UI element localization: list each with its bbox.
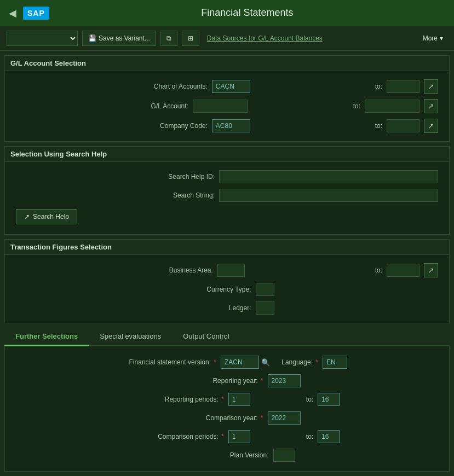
company-code-to-label: to:: [375, 122, 382, 130]
back-button[interactable]: ◀: [9, 7, 16, 19]
plan-version-label: Plan Version:: [159, 451, 269, 459]
reporting-periods-required: *: [221, 396, 224, 403]
chart-of-accounts-label: Chart of Accounts:: [136, 83, 208, 90]
gl-account-input[interactable]: [193, 100, 248, 113]
company-code-row: Company Code: to: ↗: [5, 116, 449, 136]
search-help-icon: ↗: [24, 213, 30, 220]
data-sources-link[interactable]: Data Sources for G/L Account Balances: [204, 32, 326, 44]
fs-version-field: 🔍: [221, 356, 270, 369]
plan-version-input[interactable]: [273, 449, 295, 462]
gl-account-row: G/L Account: to: ↗: [5, 96, 449, 116]
business-area-label: Business Area:: [142, 266, 213, 274]
currency-type-label: Currency Type:: [180, 286, 251, 293]
copy-icon: ⧉: [166, 34, 171, 42]
ledger-input[interactable]: [256, 301, 274, 315]
company-code-to-input[interactable]: [387, 119, 419, 132]
company-code-label: Company Code:: [136, 122, 208, 130]
chevron-down-icon: ▾: [440, 34, 443, 42]
currency-type-row: Currency Type:: [5, 280, 449, 299]
transaction-figures-section: Transaction Figures Selection Business A…: [4, 239, 450, 323]
currency-type-input[interactable]: [256, 283, 274, 296]
tab-further-selections[interactable]: Further Selections: [4, 328, 89, 346]
plan-version-row: Plan Version:: [5, 446, 449, 465]
search-help-section-title: Selection Using Search Help: [5, 147, 449, 162]
language-input[interactable]: [323, 356, 347, 369]
reporting-periods-to-input[interactable]: [318, 393, 340, 406]
tab-output-control[interactable]: Output Control: [172, 328, 240, 346]
comparison-year-input[interactable]: [268, 411, 301, 425]
gl-account-label: G/L Account:: [117, 102, 188, 110]
gl-account-section: G/L Account Selection Chart of Accounts:…: [4, 55, 450, 142]
business-area-to-label: to:: [375, 266, 382, 274]
transaction-figures-title: Transaction Figures Selection: [5, 240, 449, 255]
search-help-id-row: Search Help ID:: [5, 167, 449, 186]
reporting-year-row: Reporting year: *: [5, 371, 449, 390]
comparison-periods-required: *: [221, 433, 224, 440]
fs-version-input[interactable]: [221, 356, 259, 369]
fs-version-row: Financial statement version: * 🔍 Languag…: [5, 353, 449, 371]
search-string-row: Search String:: [5, 186, 449, 205]
gl-account-to-input[interactable]: [365, 100, 419, 113]
comparison-year-required: *: [261, 414, 263, 422]
search-string-input[interactable]: [219, 189, 438, 202]
toolbar: 💾 Save as Variant... ⧉ ⊞ Data Sources fo…: [0, 26, 454, 51]
business-area-nav-button[interactable]: ↗: [424, 263, 438, 277]
reporting-year-input[interactable]: [268, 374, 301, 387]
reporting-periods-label: Reporting periods: *: [114, 396, 224, 403]
chart-of-accounts-to-label: to:: [375, 83, 382, 90]
language-required: *: [315, 358, 318, 366]
search-help-id-input[interactable]: [219, 170, 438, 183]
fs-version-required: *: [214, 358, 216, 366]
reporting-periods-row: Reporting periods: * to:: [5, 390, 449, 409]
save-icon: 💾: [88, 34, 96, 42]
gl-account-nav-button[interactable]: ↗: [424, 99, 438, 113]
search-help-section: Selection Using Search Help Search Help …: [4, 146, 450, 235]
chart-of-accounts-to-input[interactable]: [387, 80, 419, 93]
business-area-row: Business Area: to: ↗: [5, 260, 449, 280]
variant-select[interactable]: [7, 31, 78, 46]
app-header: ◀ SAP Financial Statements: [0, 0, 454, 26]
search-help-body: Search Help ID: Search String: ↗ Search …: [5, 162, 449, 234]
comparison-periods-label: Comparison periods: *: [114, 433, 224, 440]
company-code-nav-button[interactable]: ↗: [424, 119, 438, 133]
table-icon: ⊞: [188, 34, 193, 42]
save-variant-button[interactable]: 💾 Save as Variant...: [82, 31, 156, 46]
tab-special-evaluations[interactable]: Special evaluations: [89, 328, 172, 346]
comparison-periods-to-label: to:: [306, 433, 313, 440]
comparison-periods-from-input[interactable]: [228, 430, 250, 443]
table-button[interactable]: ⊞: [182, 31, 199, 46]
comparison-periods-row: Comparison periods: * to:: [5, 427, 449, 446]
reporting-year-label: Reporting year: *: [154, 377, 263, 385]
fs-version-search-icon[interactable]: 🔍: [261, 358, 270, 367]
chart-of-accounts-nav-button[interactable]: ↗: [424, 79, 438, 94]
gl-account-title: G/L Account Selection: [5, 56, 449, 71]
ledger-label: Ledger:: [180, 304, 251, 312]
gl-account-to-label: to:: [353, 102, 360, 110]
fs-version-label: Financial statement version: *: [107, 358, 216, 366]
reporting-periods-to-label: to:: [306, 396, 313, 403]
chart-of-accounts-input[interactable]: [212, 80, 250, 93]
gl-account-body: Chart of Accounts: to: ↗ G/L Account: to…: [5, 71, 449, 141]
company-code-input[interactable]: [212, 119, 250, 132]
reporting-periods-from-input[interactable]: [228, 393, 250, 406]
search-help-id-label: Search Help ID:: [143, 173, 215, 181]
comparison-periods-to-input[interactable]: [318, 430, 340, 443]
page-title: Financial Statements: [49, 7, 445, 19]
chart-of-accounts-row: Chart of Accounts: to: ↗: [5, 77, 449, 96]
business-area-to-input[interactable]: [387, 264, 419, 277]
ledger-row: Ledger:: [5, 299, 449, 317]
tabs: Further Selections Special evaluations O…: [4, 328, 450, 345]
business-area-input[interactable]: [217, 264, 245, 277]
comparison-year-row: Comparison year: *: [5, 409, 449, 427]
further-selections-content: Financial statement version: * 🔍 Languag…: [4, 346, 450, 472]
copy-button[interactable]: ⧉: [160, 31, 177, 46]
search-string-label: Search String:: [143, 191, 215, 199]
transaction-figures-body: Business Area: to: ↗ Currency Type: Ledg…: [5, 255, 449, 323]
tabs-container: Further Selections Special evaluations O…: [4, 328, 450, 346]
more-button[interactable]: More ▾: [418, 32, 447, 44]
reporting-year-required: *: [261, 377, 263, 385]
comparison-year-label: Comparison year: *: [154, 414, 263, 422]
search-help-button[interactable]: ↗ Search Help: [16, 209, 77, 224]
sap-logo: SAP: [23, 7, 49, 20]
language-label: Language: *: [274, 358, 318, 366]
